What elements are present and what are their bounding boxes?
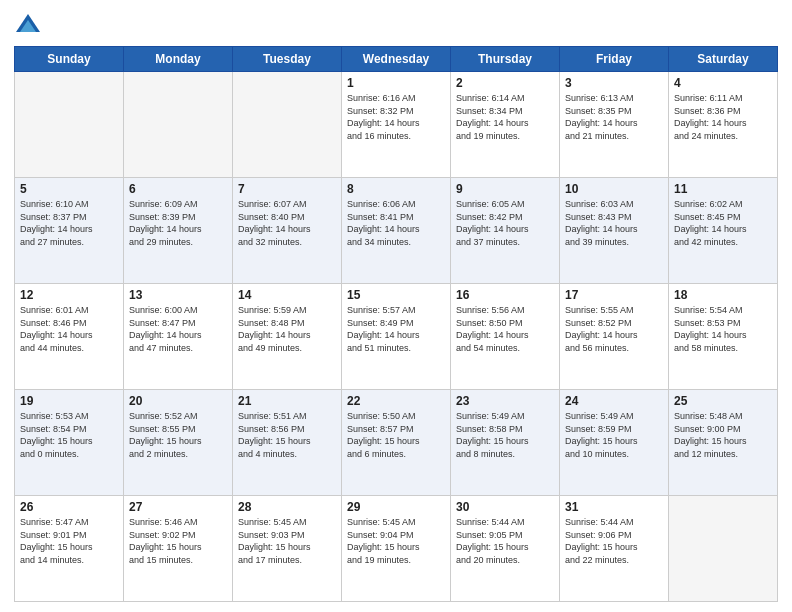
calendar-cell: 27Sunrise: 5:46 AM Sunset: 9:02 PM Dayli… xyxy=(124,496,233,602)
calendar-cell: 4Sunrise: 6:11 AM Sunset: 8:36 PM Daylig… xyxy=(669,72,778,178)
day-number: 14 xyxy=(238,288,336,302)
day-number: 6 xyxy=(129,182,227,196)
calendar-cell: 13Sunrise: 6:00 AM Sunset: 8:47 PM Dayli… xyxy=(124,284,233,390)
day-info: Sunrise: 5:45 AM Sunset: 9:04 PM Dayligh… xyxy=(347,516,445,566)
calendar-cell: 6Sunrise: 6:09 AM Sunset: 8:39 PM Daylig… xyxy=(124,178,233,284)
calendar-cell: 3Sunrise: 6:13 AM Sunset: 8:35 PM Daylig… xyxy=(560,72,669,178)
day-number: 25 xyxy=(674,394,772,408)
calendar-cell: 8Sunrise: 6:06 AM Sunset: 8:41 PM Daylig… xyxy=(342,178,451,284)
logo-icon xyxy=(14,10,42,38)
day-number: 13 xyxy=(129,288,227,302)
page: SundayMondayTuesdayWednesdayThursdayFrid… xyxy=(0,0,792,612)
day-number: 24 xyxy=(565,394,663,408)
calendar-cell xyxy=(124,72,233,178)
day-info: Sunrise: 6:05 AM Sunset: 8:42 PM Dayligh… xyxy=(456,198,554,248)
calendar-cell: 1Sunrise: 6:16 AM Sunset: 8:32 PM Daylig… xyxy=(342,72,451,178)
day-info: Sunrise: 5:48 AM Sunset: 9:00 PM Dayligh… xyxy=(674,410,772,460)
day-info: Sunrise: 5:44 AM Sunset: 9:06 PM Dayligh… xyxy=(565,516,663,566)
calendar-header-row: SundayMondayTuesdayWednesdayThursdayFrid… xyxy=(15,47,778,72)
calendar-cell: 22Sunrise: 5:50 AM Sunset: 8:57 PM Dayli… xyxy=(342,390,451,496)
day-number: 30 xyxy=(456,500,554,514)
day-number: 27 xyxy=(129,500,227,514)
calendar-cell: 24Sunrise: 5:49 AM Sunset: 8:59 PM Dayli… xyxy=(560,390,669,496)
day-info: Sunrise: 6:14 AM Sunset: 8:34 PM Dayligh… xyxy=(456,92,554,142)
day-info: Sunrise: 6:13 AM Sunset: 8:35 PM Dayligh… xyxy=(565,92,663,142)
day-number: 2 xyxy=(456,76,554,90)
calendar-week-row: 1Sunrise: 6:16 AM Sunset: 8:32 PM Daylig… xyxy=(15,72,778,178)
day-info: Sunrise: 5:46 AM Sunset: 9:02 PM Dayligh… xyxy=(129,516,227,566)
day-number: 5 xyxy=(20,182,118,196)
day-info: Sunrise: 5:49 AM Sunset: 8:58 PM Dayligh… xyxy=(456,410,554,460)
calendar-cell xyxy=(15,72,124,178)
day-number: 3 xyxy=(565,76,663,90)
calendar-cell: 7Sunrise: 6:07 AM Sunset: 8:40 PM Daylig… xyxy=(233,178,342,284)
day-number: 11 xyxy=(674,182,772,196)
day-info: Sunrise: 5:44 AM Sunset: 9:05 PM Dayligh… xyxy=(456,516,554,566)
calendar-cell: 11Sunrise: 6:02 AM Sunset: 8:45 PM Dayli… xyxy=(669,178,778,284)
calendar-cell: 21Sunrise: 5:51 AM Sunset: 8:56 PM Dayli… xyxy=(233,390,342,496)
calendar-cell: 16Sunrise: 5:56 AM Sunset: 8:50 PM Dayli… xyxy=(451,284,560,390)
calendar-cell xyxy=(669,496,778,602)
calendar-cell xyxy=(233,72,342,178)
calendar-body: 1Sunrise: 6:16 AM Sunset: 8:32 PM Daylig… xyxy=(15,72,778,602)
day-header-monday: Monday xyxy=(124,47,233,72)
calendar-cell: 28Sunrise: 5:45 AM Sunset: 9:03 PM Dayli… xyxy=(233,496,342,602)
day-number: 10 xyxy=(565,182,663,196)
day-header-thursday: Thursday xyxy=(451,47,560,72)
day-info: Sunrise: 5:52 AM Sunset: 8:55 PM Dayligh… xyxy=(129,410,227,460)
day-number: 31 xyxy=(565,500,663,514)
day-number: 7 xyxy=(238,182,336,196)
calendar-week-row: 19Sunrise: 5:53 AM Sunset: 8:54 PM Dayli… xyxy=(15,390,778,496)
day-number: 1 xyxy=(347,76,445,90)
day-number: 28 xyxy=(238,500,336,514)
day-info: Sunrise: 5:49 AM Sunset: 8:59 PM Dayligh… xyxy=(565,410,663,460)
day-number: 23 xyxy=(456,394,554,408)
day-info: Sunrise: 5:50 AM Sunset: 8:57 PM Dayligh… xyxy=(347,410,445,460)
day-info: Sunrise: 5:53 AM Sunset: 8:54 PM Dayligh… xyxy=(20,410,118,460)
calendar-cell: 10Sunrise: 6:03 AM Sunset: 8:43 PM Dayli… xyxy=(560,178,669,284)
calendar-cell: 12Sunrise: 6:01 AM Sunset: 8:46 PM Dayli… xyxy=(15,284,124,390)
day-number: 26 xyxy=(20,500,118,514)
calendar-cell: 15Sunrise: 5:57 AM Sunset: 8:49 PM Dayli… xyxy=(342,284,451,390)
calendar-cell: 18Sunrise: 5:54 AM Sunset: 8:53 PM Dayli… xyxy=(669,284,778,390)
day-info: Sunrise: 6:07 AM Sunset: 8:40 PM Dayligh… xyxy=(238,198,336,248)
day-number: 19 xyxy=(20,394,118,408)
day-info: Sunrise: 5:45 AM Sunset: 9:03 PM Dayligh… xyxy=(238,516,336,566)
day-number: 22 xyxy=(347,394,445,408)
calendar-table: SundayMondayTuesdayWednesdayThursdayFrid… xyxy=(14,46,778,602)
calendar-cell: 9Sunrise: 6:05 AM Sunset: 8:42 PM Daylig… xyxy=(451,178,560,284)
calendar-cell: 29Sunrise: 5:45 AM Sunset: 9:04 PM Dayli… xyxy=(342,496,451,602)
day-info: Sunrise: 5:56 AM Sunset: 8:50 PM Dayligh… xyxy=(456,304,554,354)
day-header-friday: Friday xyxy=(560,47,669,72)
day-info: Sunrise: 6:11 AM Sunset: 8:36 PM Dayligh… xyxy=(674,92,772,142)
day-info: Sunrise: 6:01 AM Sunset: 8:46 PM Dayligh… xyxy=(20,304,118,354)
day-number: 4 xyxy=(674,76,772,90)
header xyxy=(14,10,778,38)
day-info: Sunrise: 6:09 AM Sunset: 8:39 PM Dayligh… xyxy=(129,198,227,248)
calendar-cell: 25Sunrise: 5:48 AM Sunset: 9:00 PM Dayli… xyxy=(669,390,778,496)
calendar-cell: 20Sunrise: 5:52 AM Sunset: 8:55 PM Dayli… xyxy=(124,390,233,496)
day-info: Sunrise: 6:02 AM Sunset: 8:45 PM Dayligh… xyxy=(674,198,772,248)
day-header-sunday: Sunday xyxy=(15,47,124,72)
day-info: Sunrise: 6:03 AM Sunset: 8:43 PM Dayligh… xyxy=(565,198,663,248)
calendar-week-row: 12Sunrise: 6:01 AM Sunset: 8:46 PM Dayli… xyxy=(15,284,778,390)
day-info: Sunrise: 5:55 AM Sunset: 8:52 PM Dayligh… xyxy=(565,304,663,354)
day-number: 20 xyxy=(129,394,227,408)
day-number: 17 xyxy=(565,288,663,302)
day-header-wednesday: Wednesday xyxy=(342,47,451,72)
day-number: 18 xyxy=(674,288,772,302)
day-number: 9 xyxy=(456,182,554,196)
day-header-saturday: Saturday xyxy=(669,47,778,72)
day-info: Sunrise: 5:54 AM Sunset: 8:53 PM Dayligh… xyxy=(674,304,772,354)
day-info: Sunrise: 5:59 AM Sunset: 8:48 PM Dayligh… xyxy=(238,304,336,354)
day-number: 15 xyxy=(347,288,445,302)
calendar-week-row: 26Sunrise: 5:47 AM Sunset: 9:01 PM Dayli… xyxy=(15,496,778,602)
calendar-cell: 5Sunrise: 6:10 AM Sunset: 8:37 PM Daylig… xyxy=(15,178,124,284)
day-info: Sunrise: 5:47 AM Sunset: 9:01 PM Dayligh… xyxy=(20,516,118,566)
calendar-cell: 17Sunrise: 5:55 AM Sunset: 8:52 PM Dayli… xyxy=(560,284,669,390)
calendar-cell: 19Sunrise: 5:53 AM Sunset: 8:54 PM Dayli… xyxy=(15,390,124,496)
day-info: Sunrise: 6:16 AM Sunset: 8:32 PM Dayligh… xyxy=(347,92,445,142)
calendar-cell: 26Sunrise: 5:47 AM Sunset: 9:01 PM Dayli… xyxy=(15,496,124,602)
day-info: Sunrise: 5:51 AM Sunset: 8:56 PM Dayligh… xyxy=(238,410,336,460)
day-number: 21 xyxy=(238,394,336,408)
